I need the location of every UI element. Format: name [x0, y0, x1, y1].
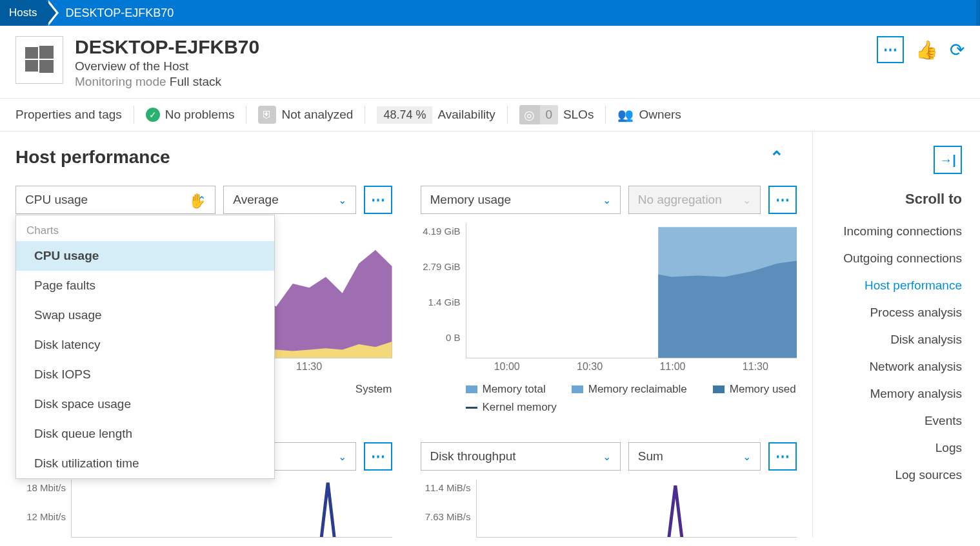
dropdown-item-cpu-usage[interactable]: CPU usage: [16, 241, 274, 271]
dropdown-scroll[interactable]: CPU usage Page faults Swap usage Disk la…: [16, 241, 274, 478]
svg-rect-0: [25, 47, 38, 59]
dropdown-section-header: Charts: [16, 220, 274, 241]
properties-tags-link[interactable]: Properties and tags: [15, 108, 122, 122]
disk-chart-panel: Disk throughput⌄ Sum⌄ ⋯ 11.4 MiB/s7.63 M…: [421, 442, 797, 538]
panel-title: Host performance: [15, 147, 170, 168]
disk-chart[interactable]: 11.4 MiB/s7.63 MiB/s: [421, 480, 797, 538]
dropdown-item-disk-space[interactable]: Disk space usage: [16, 389, 274, 419]
chevron-down-icon: ⌄: [743, 451, 751, 463]
scroll-link-incoming[interactable]: Incoming connections: [831, 218, 962, 245]
cpu-chart-menu[interactable]: ⋯: [364, 186, 392, 214]
scroll-link-log-sources[interactable]: Log sources: [831, 462, 962, 489]
shield-icon: ⛨: [258, 106, 276, 124]
disk-agg-dropdown[interactable]: Sum⌄: [628, 442, 761, 471]
divider: [134, 106, 134, 124]
check-icon: ✓: [146, 108, 160, 122]
availability-status[interactable]: 48.74 %Availability: [377, 106, 495, 124]
legend-item[interactable]: Kernel memory: [466, 401, 557, 414]
cpu-chart-panel: CPU usage⌃ ✋ Charts CPU usage Page fault…: [15, 186, 392, 414]
chevron-down-icon: ⌄: [603, 194, 611, 206]
refresh-icon[interactable]: ⟳: [950, 39, 965, 61]
chevron-down-icon: ⌄: [338, 194, 346, 206]
disk-chart-menu[interactable]: ⋯: [768, 442, 797, 471]
status-bar: Properties and tags ✓No problems ⛨Not an…: [0, 98, 980, 132]
scroll-link-events[interactable]: Events: [831, 407, 962, 434]
network-chart[interactable]: 18 Mbit/s12 Mbit/s: [15, 480, 392, 538]
windows-icon: [15, 36, 63, 84]
svg-rect-1: [39, 46, 54, 59]
divider: [246, 106, 246, 124]
breadcrumb-current: DESKTOP-EJFKB70: [46, 6, 174, 20]
owners-icon: 👥: [617, 107, 634, 122]
divider: [605, 106, 606, 124]
scroll-link-outgoing[interactable]: Outgoing connections: [831, 245, 962, 272]
scroll-link-network[interactable]: Network analysis: [831, 353, 962, 380]
memory-chart-menu[interactable]: ⋯: [768, 186, 797, 214]
disk-yaxis: 11.4 MiB/s7.63 MiB/s: [421, 480, 476, 538]
page-subtitle: Overview of the Host: [75, 59, 259, 73]
chevron-down-icon: ⌄: [603, 451, 611, 463]
memory-legend: Memory total Memory reclaimable Memory u…: [466, 383, 797, 414]
disk-metric-dropdown[interactable]: Disk throughput⌄: [421, 442, 621, 471]
analyzed-status[interactable]: ⛨Not analyzed: [258, 106, 353, 124]
network-chart-menu[interactable]: ⋯: [364, 442, 392, 471]
cpu-agg-dropdown[interactable]: Average⌄: [223, 186, 355, 214]
network-yaxis: 18 Mbit/s12 Mbit/s: [15, 480, 71, 538]
legend-item[interactable]: Memory reclaimable: [572, 383, 687, 396]
memory-chart-panel: Memory usage⌄ No aggregation⌄ ⋯ 4.19 GiB…: [421, 186, 797, 414]
thumbs-up-icon[interactable]: 👍: [915, 39, 938, 61]
dropdown-item-disk-util[interactable]: Disk utilization time: [16, 449, 274, 478]
memory-xaxis: 10:0010:3011:0011:30: [466, 361, 797, 373]
problems-status[interactable]: ✓No problems: [146, 108, 235, 122]
dropdown-item-disk-latency[interactable]: Disk latency: [16, 330, 274, 360]
memory-agg-dropdown: No aggregation⌄: [628, 186, 761, 214]
memory-chart[interactable]: 4.19 GiB2.79 GiB1.4 GiB0 B: [421, 223, 797, 358]
scroll-link-logs[interactable]: Logs: [831, 434, 962, 462]
dropdown-item-disk-queue[interactable]: Disk queue length: [16, 419, 274, 449]
breadcrumb-root[interactable]: Hosts: [0, 0, 46, 26]
collapse-panel-button[interactable]: ⌃: [770, 148, 797, 168]
scroll-link-disk[interactable]: Disk analysis: [831, 326, 962, 353]
monitoring-mode: Monitoring mode Full stack: [75, 75, 259, 89]
memory-yaxis: 4.19 GiB2.79 GiB1.4 GiB0 B: [421, 223, 466, 358]
scroll-to-title: Scroll to: [831, 191, 962, 208]
owners-link[interactable]: 👥Owners: [617, 107, 681, 122]
collapse-sidebar-button[interactable]: →|: [934, 146, 962, 174]
divider: [365, 106, 365, 124]
chevron-up-icon: ⌃: [197, 194, 206, 206]
divider: [507, 106, 508, 124]
slo-icon: ◎: [519, 105, 540, 124]
chevron-down-icon: ⌄: [743, 194, 751, 206]
dropdown-item-page-faults[interactable]: Page faults: [16, 271, 274, 300]
scroll-to-sidebar: →| Scroll to Incoming connections Outgoi…: [812, 132, 980, 538]
dropdown-item-disk-iops[interactable]: Disk IOPS: [16, 360, 274, 389]
svg-rect-3: [39, 60, 54, 73]
legend-item[interactable]: Memory used: [713, 383, 796, 396]
chevron-down-icon: ⌄: [338, 451, 346, 463]
memory-metric-dropdown[interactable]: Memory usage⌄: [421, 186, 621, 214]
scroll-link-host-performance[interactable]: Host performance: [831, 272, 962, 299]
cpu-metric-dropdown[interactable]: CPU usage⌃ ✋ Charts CPU usage Page fault…: [15, 186, 215, 214]
svg-rect-2: [25, 60, 38, 72]
scroll-link-process[interactable]: Process analysis: [831, 299, 962, 326]
legend-item[interactable]: Memory total: [466, 383, 546, 396]
page-header: DESKTOP-EJFKB70 Overview of the Host Mon…: [0, 26, 980, 98]
scroll-link-memory[interactable]: Memory analysis: [831, 380, 962, 407]
availability-pct: 48.74 %: [377, 106, 432, 124]
dropdown-item-swap-usage[interactable]: Swap usage: [16, 300, 274, 330]
more-menu-button[interactable]: ⋯: [877, 36, 904, 63]
page-title: DESKTOP-EJFKB70: [75, 36, 259, 58]
metric-dropdown-panel: Charts CPU usage Page faults Swap usage …: [15, 215, 275, 479]
slos-status[interactable]: ◎0SLOs: [519, 105, 594, 124]
breadcrumb-bar: Hosts DESKTOP-EJFKB70: [0, 0, 980, 26]
